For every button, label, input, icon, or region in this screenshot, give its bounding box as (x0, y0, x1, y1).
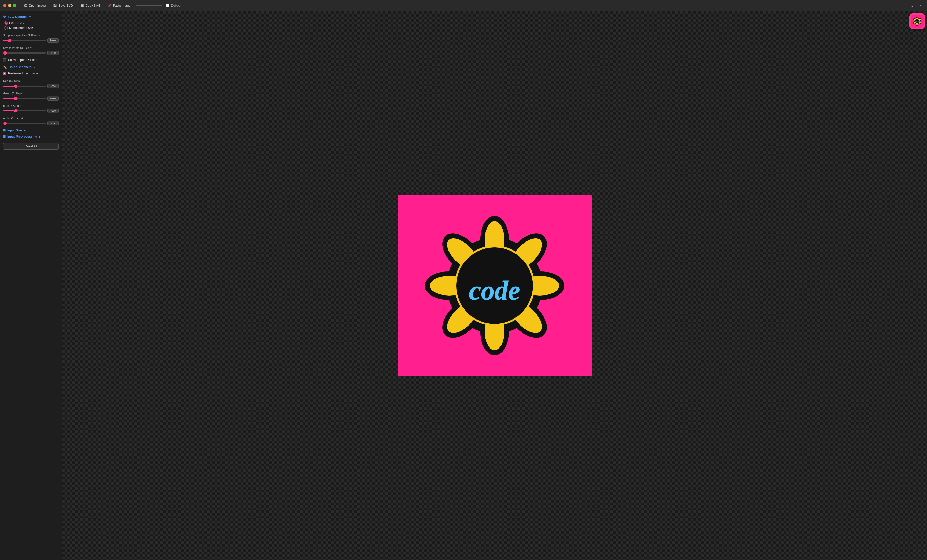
green-slider-row: Reset (3, 96, 59, 100)
paste-image-label: Paste Image (113, 4, 130, 8)
red-reset[interactable]: Reset (47, 84, 59, 88)
fullscreen-button[interactable] (13, 4, 16, 7)
stroke-width-reset[interactable]: Reset (47, 51, 59, 55)
monochrome-svg-option[interactable]: Monochrome SVG (4, 26, 59, 30)
sliders-icon: ⚙ (3, 15, 6, 18)
sidebar: ⚙ SVG Options ▼ Color SVG Monochrome SVG… (0, 11, 62, 560)
close-button[interactable] (3, 4, 6, 7)
input-size-label: Input Size (7, 129, 22, 132)
monochrome-svg-label: Monochrome SVG (9, 26, 35, 30)
svg-options-section[interactable]: ⚙ SVG Options ▼ (3, 15, 59, 18)
debug-label: Debug (171, 4, 180, 8)
input-size-icon: ⊞ (3, 129, 6, 132)
svg-type-radio-group: Color SVG Monochrome SVG (3, 21, 59, 30)
more-options-button[interactable]: ⋮ (917, 3, 924, 9)
traffic-lights (3, 4, 16, 7)
red-slider-row: Reset (3, 84, 59, 88)
input-size-section[interactable]: ⊞ Input Size ▶ (3, 129, 59, 132)
save-svg-button[interactable]: 💾 Save SVG (52, 3, 74, 8)
color-channels-chevron: ▼ (33, 66, 36, 69)
blue-thumb[interactable] (14, 109, 18, 112)
posterize-label: Posterize Input Image (8, 71, 38, 75)
debug-area: Debug (166, 4, 180, 8)
copy-svg-button[interactable]: 📋 Copy SVG (79, 3, 102, 8)
color-svg-option[interactable]: Color SVG (4, 21, 59, 25)
stroke-width-row: Reset (3, 51, 59, 55)
collapse-button[interactable]: ⌄ (909, 3, 915, 9)
show-expert-row[interactable]: Show Expert Options (3, 58, 59, 62)
save-svg-label: Save SVG (58, 4, 73, 8)
show-expert-label: Show Expert Options (8, 58, 37, 62)
window-controls: ⌄ ⋮ (909, 3, 924, 9)
copy-svg-icon: 📋 (80, 4, 84, 8)
blue-slider[interactable] (3, 111, 46, 111)
suppress-speckles-reset[interactable]: Reset (47, 38, 59, 42)
stroke-width-thumb[interactable] (4, 51, 7, 55)
green-reset[interactable]: Reset (47, 96, 59, 100)
alpha-label: Alpha (1 Steps) (3, 117, 59, 120)
svg-text:code: code (469, 275, 520, 306)
copy-svg-label: Copy SVG (86, 4, 100, 8)
suppress-speckles-row: Reset (3, 38, 59, 42)
color-svg-radio[interactable] (4, 21, 8, 25)
blue-label: Blue (5 Steps) (3, 104, 59, 107)
green-slider[interactable] (3, 98, 46, 99)
input-size-chevron: ▶ (24, 129, 26, 132)
alpha-slider[interactable] (3, 123, 46, 124)
input-preprocessing-label: Input Preprocessing (7, 135, 37, 138)
app-icon-svg: code (911, 15, 924, 28)
reset-all-button[interactable]: Reset All (3, 143, 59, 150)
open-image-button[interactable]: 🖼 Open Image (23, 3, 47, 8)
svg-options-label: SVG Options (8, 15, 27, 18)
posterize-checkbox[interactable] (3, 72, 6, 75)
monochrome-svg-radio[interactable] (4, 26, 8, 30)
paste-image-button[interactable]: 📌 Paste Image (106, 3, 132, 8)
svg-options-chevron: ▼ (29, 15, 31, 18)
blue-reset[interactable]: Reset (47, 109, 59, 113)
main-layout: ⚙ SVG Options ▼ Color SVG Monochrome SVG… (0, 11, 927, 560)
open-image-label: Open Image (29, 4, 46, 8)
color-svg-label: Color SVG (9, 21, 24, 25)
green-thumb[interactable] (14, 97, 18, 100)
paste-image-icon: 📌 (108, 4, 112, 8)
alpha-reset[interactable]: Reset (47, 121, 59, 125)
titlebar: 🖼 Open Image 💾 Save SVG 📋 Copy SVG 📌 Pas… (0, 0, 927, 11)
image-preview: code (398, 195, 591, 376)
debug-checkbox[interactable] (166, 4, 169, 7)
green-label: Green (5 Steps) (3, 92, 59, 95)
minimize-button[interactable] (8, 4, 11, 7)
app-icon: code (909, 14, 925, 29)
save-svg-icon: 💾 (53, 4, 57, 8)
color-channels-section[interactable]: ✏️ Color Channels ▼ (3, 65, 59, 69)
suppress-speckles-label: Suppress speckles (2 Pixels) (3, 34, 59, 37)
input-preprocessing-section[interactable]: ⊞ Input Preprocessing ▶ (3, 135, 59, 138)
zoom-slider[interactable] (136, 5, 162, 6)
blue-slider-row: Reset (3, 109, 59, 113)
input-preprocessing-icon: ⊞ (3, 135, 6, 138)
open-image-icon: 🖼 (24, 4, 27, 8)
input-preprocessing-chevron: ▶ (39, 135, 41, 138)
color-channels-icon: ✏️ (3, 65, 7, 69)
alpha-thumb[interactable] (4, 121, 7, 125)
red-label: Red (5 Steps) (3, 79, 59, 82)
show-expert-checkbox[interactable] (3, 58, 6, 62)
suppress-speckles-slider[interactable] (3, 40, 46, 41)
color-channels-label: Color Channels (9, 65, 32, 69)
preview-svg: code (398, 195, 591, 376)
posterize-row[interactable]: Posterize Input Image (3, 71, 59, 75)
suppress-speckles-thumb[interactable] (8, 39, 11, 42)
svg-text:code: code (915, 20, 919, 23)
red-thumb[interactable] (14, 84, 18, 88)
red-slider[interactable] (3, 86, 46, 87)
stroke-width-label: Stroke Width (0 Pixels) (3, 46, 59, 49)
alpha-slider-row: Reset (3, 121, 59, 125)
stroke-width-slider[interactable] (3, 53, 46, 53)
canvas-area[interactable]: code (62, 11, 927, 560)
